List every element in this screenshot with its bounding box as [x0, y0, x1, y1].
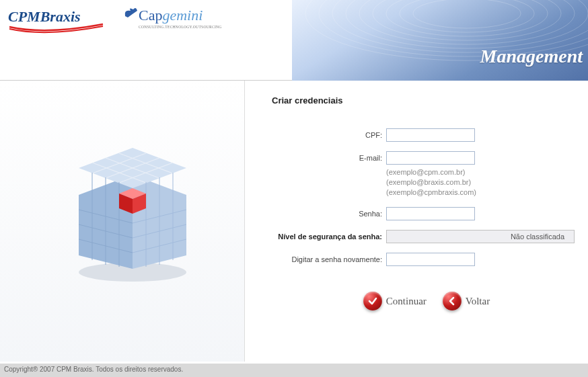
capgemini-logo: Capgemini CONSULTING.TECHNOLOGY.OUTSOURC…	[118, 4, 240, 41]
button-row: Continuar Voltar	[272, 292, 581, 310]
svg-text:CPMBraxis: CPMBraxis	[8, 8, 81, 25]
left-panel	[0, 81, 245, 362]
row-email: E-mail: (exemplo@cpm.com.br) (exemplo@br…	[272, 151, 581, 198]
svg-point-10	[400, 0, 534, 32]
logos: CPMBraxis Capgemini CONSULTING.TECHNOLOG…	[5, 4, 240, 41]
svg-point-8	[373, 0, 561, 40]
form-panel: Criar credenciais CPF: E-mail: (exemplo@…	[245, 81, 588, 362]
repeat-label: Digitar a senha novamente:	[272, 253, 386, 266]
back-arrow-icon	[443, 292, 462, 310]
svg-point-6	[346, 0, 588, 48]
cpmbraxis-logo: CPMBraxis	[5, 4, 106, 41]
footer: Copyright® 2007 CPM Braxis. Todos os dir…	[0, 364, 588, 377]
svg-text:Capgemini: Capgemini	[139, 7, 203, 24]
password-strength-indicator: Não classificada	[386, 230, 575, 243]
voltar-label: Voltar	[466, 296, 490, 307]
senha-input[interactable]	[386, 207, 475, 220]
check-icon	[363, 292, 382, 310]
content: Criar credenciais CPF: E-mail: (exemplo@…	[0, 81, 588, 362]
header-title: Management	[480, 46, 583, 67]
row-strength: Nível de segurança da senha: Não classif…	[272, 230, 581, 243]
svg-point-9	[386, 0, 548, 36]
cpf-label: CPF:	[272, 128, 386, 142]
svg-point-11	[413, 0, 521, 28]
strength-label: Nível de segurança da senha:	[272, 230, 386, 243]
header-banner: Management	[292, 0, 588, 81]
email-input[interactable]	[386, 151, 475, 165]
wave-graphic	[292, 0, 588, 81]
row-cpf: CPF:	[272, 128, 581, 142]
row-repeat: Digitar a senha novamente:	[272, 253, 581, 266]
svg-text:CONSULTING.TECHNOLOGY.OUTSOURC: CONSULTING.TECHNOLOGY.OUTSOURCING	[139, 25, 222, 29]
voltar-button[interactable]: Voltar	[443, 292, 490, 310]
cpf-input[interactable]	[386, 128, 475, 142]
strength-value: Não classificada	[511, 233, 564, 241]
senha-repeat-input[interactable]	[386, 253, 475, 266]
senha-label: Senha:	[272, 207, 386, 220]
header: CPMBraxis Capgemini CONSULTING.TECHNOLOG…	[0, 0, 588, 81]
email-hint: (exemplo@cpm.com.br) (exemplo@braxis.com…	[386, 167, 575, 198]
cube-illustration	[62, 134, 203, 289]
page-title: Criar credenciais	[272, 95, 581, 106]
continuar-button[interactable]: Continuar	[363, 292, 427, 310]
email-label: E-mail:	[272, 151, 386, 165]
row-senha: Senha:	[272, 207, 581, 220]
continuar-label: Continuar	[386, 296, 427, 307]
svg-point-7	[359, 0, 575, 44]
